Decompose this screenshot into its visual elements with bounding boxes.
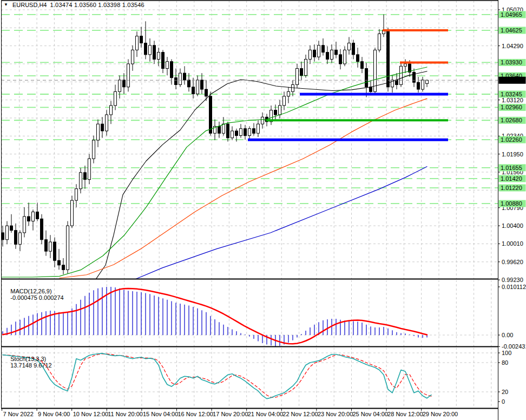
time-tick-label: 11 Nov 20:00 [108, 411, 143, 417]
candle-body [374, 50, 377, 91]
price-tick-label: 1.01950 [502, 151, 523, 158]
candle-body [54, 242, 56, 260]
macd-signal-line [3, 288, 427, 344]
candle-body [396, 80, 398, 85]
candle-body [192, 87, 195, 94]
candle-body [32, 212, 35, 221]
sr-price-label: 1.04965 [501, 11, 522, 18]
candle-body [335, 50, 338, 55]
candle-body [257, 124, 260, 133]
candle-body [136, 36, 139, 50]
candle-body [62, 265, 65, 270]
candle-body [196, 80, 199, 94]
candle-body [2, 233, 4, 240]
candle-body [209, 96, 212, 133]
candle-body [45, 240, 48, 251]
macd-values: -0.000475 0.000274 [10, 294, 63, 301]
time-tick-label: 16 Nov 12:00 [178, 411, 213, 417]
time-tick-label: 17 Nov 20:00 [213, 411, 248, 417]
candle-body [15, 231, 17, 245]
time-tick-label: 10 Nov 12:00 [73, 411, 108, 417]
candle-body [205, 89, 208, 96]
candle-body [140, 36, 143, 43]
candle-body [97, 124, 100, 140]
price-tick-label: 0.99620 [502, 259, 523, 265]
candle-body [231, 131, 234, 138]
candle-body [188, 80, 190, 87]
candle-body [157, 52, 160, 60]
candle-body [67, 226, 69, 270]
candle-body [23, 216, 26, 233]
candle-body [244, 129, 247, 136]
sr-price-label: 1.02680 [501, 117, 522, 123]
candle-body [123, 80, 126, 87]
candle-body [114, 91, 117, 106]
chart-canvas[interactable]: 1.050701.042901.031201.023401.019501.015… [0, 0, 526, 420]
candle-body [19, 233, 22, 244]
stoch-axis-label: 20 [502, 389, 508, 395]
stoch-pane-layer [1, 347, 498, 408]
candle-body [222, 124, 225, 133]
candle-body [417, 82, 420, 89]
candle-body [41, 219, 43, 239]
candle-body [339, 55, 342, 64]
candle-body [75, 189, 78, 200]
stoch-axis-label: 100 [502, 350, 511, 356]
candle-body [348, 43, 351, 50]
candle-body [305, 59, 307, 75]
candle-body [357, 55, 359, 62]
candle-body [80, 173, 82, 189]
candle-body [28, 216, 30, 221]
candle-body [296, 69, 299, 85]
candle-body [49, 242, 52, 251]
sr-price-label: 1.01655 [501, 165, 522, 171]
candle-body [322, 45, 325, 52]
macd-indicator-label: MACD(12,26,9) -0.000475 0.000274 [4, 281, 64, 307]
time-tick-label: 25 Nov 04:00 [353, 411, 388, 417]
time-tick-label: 15 Nov 04:00 [143, 411, 178, 417]
trading-chart-window: 1.050701.042901.031201.023401.019501.015… [0, 0, 526, 420]
candle-body [331, 50, 333, 59]
sr-price-label: 1.02260 [501, 136, 522, 143]
chart-title: ▼ EURUSD,H4 1.03474 1.03560 1.03398 1.03… [4, 2, 144, 8]
candle-body [144, 43, 147, 55]
candle-body [106, 115, 108, 131]
macd-pane-layer [1, 280, 498, 347]
candle-body [183, 73, 186, 80]
time-tick-label: 21 Nov 04:00 [248, 411, 283, 417]
time-tick-label: 9 Nov 04:00 [38, 411, 70, 417]
stoch-axis-label: 0 [502, 398, 505, 405]
candle-body [292, 84, 294, 91]
candle-body [309, 50, 312, 59]
candle-body [352, 43, 355, 55]
time-tick-label: 22 Nov 12:00 [282, 411, 318, 417]
ma-black [96, 71, 427, 279]
stoch-name: Stoch(13,3,3) [10, 356, 46, 362]
candle-body [287, 91, 290, 96]
sr-price-label: 1.00880 [501, 200, 522, 207]
sr-price-label: 1.01420 [501, 175, 522, 182]
candle-body [261, 117, 264, 124]
candle-body [58, 260, 61, 265]
candle-body [326, 52, 329, 60]
sr-price-label: 1.04625 [501, 27, 522, 34]
macd-axis-label: 0.00 [502, 332, 513, 338]
candle-body [365, 69, 368, 87]
candle-body [218, 126, 221, 133]
candle-body [344, 50, 346, 64]
price-tick-label: 1.00010 [502, 240, 523, 247]
macd-name: MACD(12,26,9) [10, 288, 51, 294]
candle-body [235, 131, 238, 136]
price-tick-label: 1.04290 [502, 43, 523, 49]
macd-axis-label: -0.002431 [502, 343, 526, 350]
candle-body [274, 110, 277, 115]
ohlc-values: 1.03474 1.03560 1.03398 1.03546 [50, 2, 144, 8]
candle-body [253, 129, 255, 134]
candle-body [175, 78, 177, 85]
symbol-marker-icon[interactable]: ▼ [4, 3, 8, 7]
candle-body [400, 66, 403, 84]
stoch-indicator-label: Stoch(13,3,3) 13.7148 9.6712 [4, 349, 52, 375]
candle-body [170, 62, 173, 78]
candle-body [361, 62, 364, 69]
sr-price-label: 1.01220 [501, 185, 522, 191]
